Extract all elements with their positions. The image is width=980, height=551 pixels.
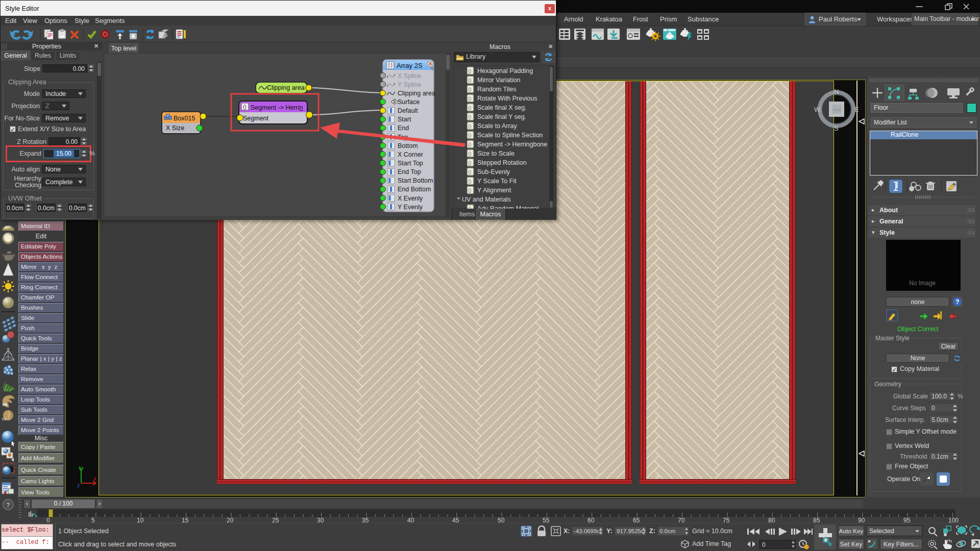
svg-text:Y Evenly: Y Evenly <box>398 204 423 211</box>
svg-text:HF: HF <box>3 402 9 407</box>
svg-text:Start Bottom: Start Bottom <box>398 177 433 184</box>
svg-text:Sub-Evenly: Sub-Evenly <box>477 168 510 176</box>
svg-text:?: ? <box>6 501 10 509</box>
svg-text:y: y <box>79 465 82 470</box>
svg-text:(): () <box>469 96 472 101</box>
svg-text:Scale to Spline Section: Scale to Spline Section <box>477 132 543 139</box>
svg-text:Scale final Y seg.: Scale final Y seg. <box>477 113 526 120</box>
svg-text:Default: Default <box>398 107 418 114</box>
svg-text:Segment -> Herringbone: Segment -> Herringbone <box>477 141 547 148</box>
svg-text:Hexagonal Padding: Hexagonal Padding <box>477 67 533 74</box>
svg-text:(): () <box>469 179 472 184</box>
svg-text:Scale to Array: Scale to Array <box>477 122 518 130</box>
svg-text:UV and Materials: UV and Materials <box>462 196 511 203</box>
svg-text:(): () <box>469 87 472 92</box>
svg-text:?: ? <box>955 298 959 306</box>
svg-text:Segment -> Herrin̲: Segment -> Herrin̲ <box>251 104 303 111</box>
svg-text:(): () <box>469 78 472 83</box>
svg-text:Scale final X seg.: Scale final X seg. <box>477 104 527 111</box>
svg-text:Size to Scale: Size to Scale <box>477 150 514 157</box>
svg-text:End Top: End Top <box>398 168 421 176</box>
svg-text:X Size: X Size <box>166 124 184 132</box>
svg-text:z: z <box>77 482 80 488</box>
svg-text:Clipping area: Clipping area <box>267 84 305 91</box>
svg-text:Y Scale To Fit: Y Scale To Fit <box>477 178 517 185</box>
svg-text:(): () <box>469 105 472 110</box>
svg-text:N: N <box>834 88 839 95</box>
svg-text:Y Alignment: Y Alignment <box>477 187 511 194</box>
svg-text:(): () <box>469 188 472 193</box>
svg-text:Stepped Rotation: Stepped Rotation <box>477 159 527 166</box>
svg-text:Adv Random Material: Adv Random Material <box>477 205 538 209</box>
svg-text:Y Spline: Y Spline <box>398 81 421 88</box>
svg-text:Surface: Surface <box>398 98 420 106</box>
svg-text:Array 2S: Array 2S <box>397 62 423 69</box>
svg-text:(): () <box>469 169 472 174</box>
svg-text:(): () <box>469 160 472 165</box>
svg-text:x: x <box>93 475 96 482</box>
svg-text:(): () <box>469 68 472 73</box>
svg-text:(): () <box>243 104 247 110</box>
svg-text:W: W <box>814 106 821 113</box>
svg-text:TOP: TOP <box>833 108 841 112</box>
svg-text:Segment: Segment <box>243 115 269 122</box>
svg-text:End Bottom: End Bottom <box>398 186 431 193</box>
svg-text:Mirror Variation: Mirror Variation <box>477 77 521 84</box>
svg-text:Box015: Box015 <box>174 115 195 122</box>
svg-text:X Spline: X Spline <box>398 72 422 80</box>
svg-text:X Evenly: X Evenly <box>398 195 423 202</box>
svg-text:Rotate With Previous: Rotate With Previous <box>477 95 537 102</box>
svg-text:Start Top: Start Top <box>398 160 423 167</box>
svg-text:S: S <box>834 124 839 132</box>
svg-text:E: E <box>854 106 859 113</box>
svg-text:0x: 0x <box>2 417 6 421</box>
svg-text:Random Tiles: Random Tiles <box>477 86 516 93</box>
svg-text:Clipping area: Clipping area <box>398 90 435 97</box>
